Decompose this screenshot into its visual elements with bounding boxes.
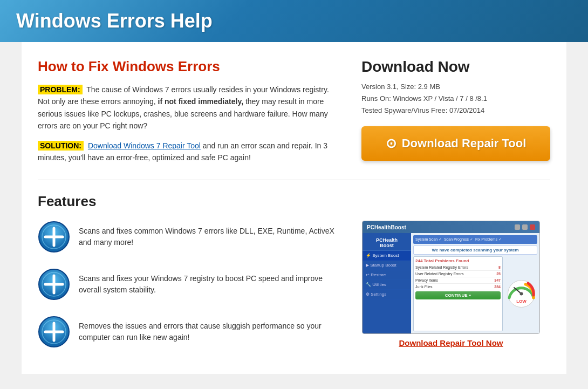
screenshot-download-link[interactable]: Download Repair Tool Now <box>399 338 503 347</box>
download-icon: ⊙ <box>386 136 396 151</box>
solution-link[interactable]: Download Windows 7 Repair Tool <box>88 141 201 150</box>
feature-icon-3 <box>38 316 70 348</box>
main-content: How to Fix Windows Errors PROBLEM: The c… <box>22 42 566 374</box>
features-section: Features <box>38 193 550 363</box>
features-list: Scans and fixes common Windows 7 errors … <box>38 221 336 363</box>
header-banner: Windows Errors Help <box>0 0 588 42</box>
download-now-title: Download Now <box>361 58 550 76</box>
ss-menu-restore: ↩ Restore <box>363 270 411 280</box>
minimize-icon <box>515 224 520 230</box>
feature-text-1: Scans and fixes common Windows 7 errors … <box>79 226 336 248</box>
screenshot-titlebar: PCHealthBoost <box>363 221 539 233</box>
solution-paragraph: SOLUTION: Download Windows 7 Repair Tool… <box>38 140 340 164</box>
maximize-icon <box>522 224 528 230</box>
result-row-1: System Related Registry Errors8 <box>415 264 501 271</box>
close-icon <box>530 224 535 230</box>
download-now-section: Download Now Version 3.1, Size: 2.9 MB R… <box>361 58 550 163</box>
how-to-fix-title: How to Fix Windows Errors <box>38 58 340 75</box>
problem-label: PROBLEM: <box>38 85 83 94</box>
feature-item-2: Scans and fixes your Windows 7 registry … <box>38 268 336 301</box>
feature-text-3: Removes the issues and errors that cause… <box>79 320 336 343</box>
ss-menu-utilities: 🔧 Utilities <box>363 280 411 290</box>
how-to-fix-section: How to Fix Windows Errors PROBLEM: The c… <box>38 58 340 163</box>
svg-point-14 <box>519 292 523 296</box>
problem-paragraph: PROBLEM: The cause of Windows 7 errors u… <box>38 84 340 132</box>
feature-text-2: Scans and fixes your Windows 7 registry … <box>79 273 336 296</box>
top-section: How to Fix Windows Errors PROBLEM: The c… <box>38 58 550 163</box>
solution-label: SOLUTION: <box>38 141 84 151</box>
feature-icon-1 <box>38 221 70 253</box>
result-row-2: User Related Registry Errors25 <box>415 271 501 277</box>
screenshot-sidebar: PCHealthBoost ⚡ System Boost ▶ Startup B… <box>363 233 411 333</box>
ss-results-panel: 244 Total Problems Found System Related … <box>413 256 503 331</box>
ss-top-bar: System Scan ✓ Scan Progress ✓ Fix Proble… <box>413 235 537 244</box>
download-info: Version 3.1, Size: 2.9 MB Runs On: Windo… <box>361 81 550 117</box>
ss-gauge-area: 244 Total Problems Found System Related … <box>413 256 537 331</box>
screenshot-main: System Scan ✓ Scan Progress ✓ Fix Proble… <box>411 233 539 333</box>
result-row-4: Junk Files284 <box>415 284 501 290</box>
feature-item-3: Removes the issues and errors that cause… <box>38 316 336 348</box>
features-title: Features <box>38 193 550 210</box>
screenshot-body: PCHealthBoost ⚡ System Boost ▶ Startup B… <box>363 233 539 333</box>
app-name-label: PCHealthBoost <box>367 224 512 230</box>
ss-menu-startup-boost: ▶ Startup Boost <box>363 261 411 270</box>
svg-text:LOW: LOW <box>516 299 527 304</box>
screenshot-column: PCHealthBoost PCHealthBoost ⚡ System Boo… <box>352 221 550 363</box>
feature-icon-2 <box>38 268 70 301</box>
features-content: Scans and fixes common Windows 7 errors … <box>38 221 550 363</box>
app-screenshot: PCHealthBoost PCHealthBoost ⚡ System Boo… <box>362 221 540 334</box>
site-title: Windows Errors Help <box>16 10 572 32</box>
ss-gauge: LOW <box>505 256 537 331</box>
section-divider <box>38 180 550 180</box>
download-repair-tool-button[interactable]: ⊙ Download Repair Tool <box>361 126 550 161</box>
continue-button[interactable]: CONTINUE » <box>415 291 501 299</box>
ss-menu-settings: ⚙ Settings <box>363 290 411 299</box>
result-row-3: Privacy Items347 <box>415 277 501 284</box>
ss-logo: PCHealthBoost <box>363 235 411 251</box>
feature-item-1: Scans and fixes common Windows 7 errors … <box>38 221 336 253</box>
ss-complete-message: We have completed scanning your system <box>413 245 537 255</box>
ss-menu-system-boost: ⚡ System Boost <box>363 251 411 261</box>
download-button-label: Download Repair Tool <box>402 137 527 151</box>
